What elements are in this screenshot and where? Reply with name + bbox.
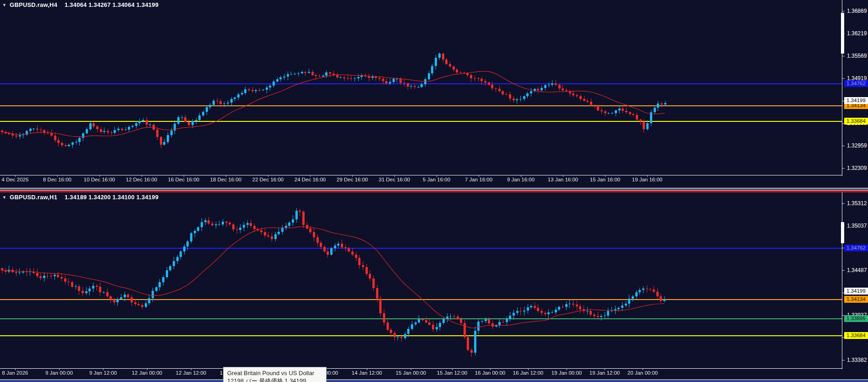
price-tick-mark [842,56,845,56]
price-tick-label: 1.32309 [847,164,867,172]
window-bottom-border [0,381,868,382]
h4-plot-canvas[interactable] [0,0,842,176]
h4-time-axis[interactable]: 4 Dec 20258 Dec 16:0010 Dec 16:0012 Dec … [0,175,842,185]
price-tick-mark [842,168,845,169]
price-tick-mark [842,146,845,146]
price-tick-mark [842,270,845,271]
time-tick-label: 14 Jan 12:00 [342,370,392,376]
current-price-label: 1.34199 [844,97,868,104]
collapse-arrow-icon[interactable]: ▼ [2,195,6,200]
collapse-arrow-icon[interactable]: ▼ [2,3,6,7]
price-tick-mark [842,203,845,204]
level-price-label: 1.34134 [844,296,868,303]
window-splitter-line-2[interactable] [0,190,868,191]
price-tick-label: 1.35037 [847,222,867,229]
time-tick-label: 9 Jan 00:00 [34,370,84,376]
h1-chart-title: ▼GBPUSD.raw,H11.34189 1.34200 1.34100 1.… [2,194,158,201]
price-tick-mark [842,11,845,11]
time-tick-label: 12 Jan 12:00 [166,370,216,376]
level-price-label: 1.34762 [844,245,868,251]
current-price-label: 1.34199 [844,288,868,295]
price-tick-label: 1.36869 [847,7,867,15]
time-tick-label: 9 Jan 12:00 [78,370,128,376]
price-tick-label: 1.36219 [847,30,867,37]
h4-price-range-indicator [841,13,844,54]
price-tick-label: 1.35569 [847,52,867,60]
time-tick-label: 12 Jan 00:00 [122,370,172,376]
level-price-label: 1.34762 [844,80,868,87]
time-tick-label: 19 Jan 16:00 [622,177,672,182]
h1-price-axis[interactable]: 1.353121.350371.347621.344871.342121.339… [842,192,868,369]
level-price-label: 1.33895 [844,315,868,322]
h4-price-axis[interactable]: 1.368691.362191.355691.349191.342691.336… [842,0,868,176]
window-splitter-line-1[interactable] [0,188,868,189]
h1-symbol-label: GBPUSD.raw,H1 [10,194,57,201]
tooltip-bar-info: 12198 バー 最終価格 1.34199 [227,377,322,382]
window-bottom-edge [0,379,868,380]
price-tick-label: 1.32959 [847,142,867,149]
h1-ohlc-values: 1.34189 1.34200 1.34100 1.34199 [65,194,158,201]
symbol-tooltip: Great Britain Pound vs US Dollar 12198 バ… [223,367,327,382]
tooltip-symbol-name: Great Britain Pound vs US Dollar [227,369,322,377]
h1-plot-canvas[interactable] [0,192,842,369]
level-price-label: 1.33684 [844,332,868,339]
h4-chart-title: ▼GBPUSD.raw,H41.34064 1.34267 1.34064 1.… [2,1,158,8]
level-price-label: 1.33684 [844,118,868,125]
h1-time-axis[interactable]: 8 Jan 20269 Jan 00:009 Jan 12:0012 Jan 0… [0,368,842,378]
h4-symbol-label: GBPUSD.raw,H4 [10,1,57,8]
price-tick-label: 1.35312 [847,200,867,207]
mt5-workspace: ▼GBPUSD.raw,H41.34064 1.34267 1.34064 1.… [0,0,868,382]
time-tick-label: 20 Jan 00:00 [617,370,668,376]
price-tick-label: 1.34487 [847,267,867,274]
price-tick-mark [842,78,845,79]
price-tick-mark [842,360,845,360]
active-chart-border [0,191,868,192]
h1-price-range-indicator [841,222,844,243]
h4-ohlc-values: 1.34064 1.34267 1.34064 1.34199 [65,1,158,8]
price-tick-label: 1.33382 [847,356,867,364]
